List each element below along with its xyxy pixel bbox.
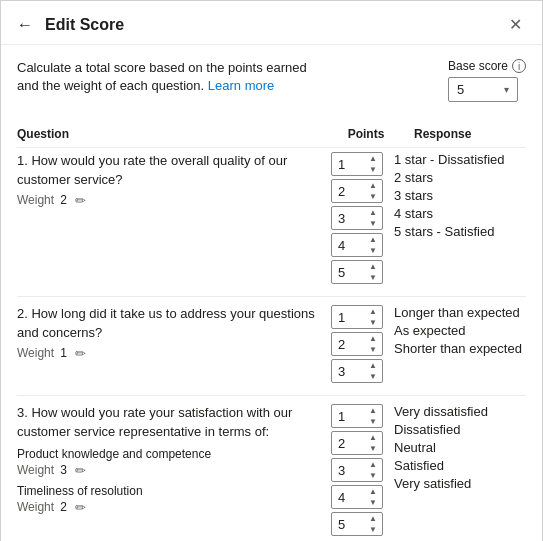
table-header: Question Points Response <box>17 123 526 148</box>
question-1-text: 1. How would you rate the overall qualit… <box>17 152 320 188</box>
q3-points-col: 1 ▲▼ 2 ▲▼ 3 ▲▼ 4 ▲▼ <box>331 404 383 536</box>
spinner-down[interactable]: ▼ <box>366 470 380 481</box>
question-3-left: 3. How would you rate your satisfaction … <box>17 404 328 518</box>
q1-points-3[interactable]: 3 ▲▼ <box>331 206 383 230</box>
spinner-up[interactable]: ▲ <box>366 513 380 524</box>
q2-points-col: 1 ▲▼ 2 ▲▼ 3 ▲▼ <box>331 305 383 383</box>
col-header-response: Response <box>406 127 526 141</box>
weight-value-3b: 2 <box>60 500 67 514</box>
question-2-left: 2. How long did it take us to address yo… <box>17 305 328 364</box>
spinner-down[interactable]: ▼ <box>366 443 380 454</box>
weight-label-3a: Weight <box>17 463 54 477</box>
col-header-points: Points <box>326 127 406 141</box>
base-score-chevron-icon: ▾ <box>504 84 509 95</box>
spinner-down[interactable]: ▼ <box>366 191 380 202</box>
weight-value-1: 2 <box>60 193 67 207</box>
panel-title: Edit Score <box>45 16 497 34</box>
question-3a-weight-row: Weight 3 ✏ <box>17 463 320 478</box>
base-score-select[interactable]: 5 ▾ <box>448 77 518 102</box>
q1-responses-col: 1 star - Dissatisfied 2 stars 3 stars 4 … <box>386 152 526 239</box>
weight-value-3a: 3 <box>60 463 67 477</box>
spinner-down[interactable]: ▼ <box>366 371 380 382</box>
question-section-3: 3. How would you rate your satisfaction … <box>17 395 526 536</box>
sub-item-2-label: Timeliness of resolution <box>17 484 320 498</box>
q1-points-col: 1 ▲▼ 2 ▲▼ 3 ▲▼ 4 ▲▼ <box>331 152 383 284</box>
spinner-down[interactable]: ▼ <box>366 497 380 508</box>
weight-label-1: Weight <box>17 193 54 207</box>
q2-points-2[interactable]: 2 ▲▼ <box>331 332 383 356</box>
question-1-left: 1. How would you rate the overall qualit… <box>17 152 328 211</box>
weight-edit-button-3a[interactable]: ✏ <box>73 463 88 478</box>
q1-points-1[interactable]: 1 ▲▼ <box>331 152 383 176</box>
spinner-down[interactable]: ▼ <box>366 317 380 328</box>
spinner-down[interactable]: ▼ <box>366 416 380 427</box>
base-score-label: Base score i <box>448 59 526 73</box>
description-text: Calculate a total score based on the poi… <box>17 59 317 95</box>
q2-points-1[interactable]: 1 ▲▼ <box>331 305 383 329</box>
spinner-up[interactable]: ▲ <box>366 360 380 371</box>
weight-edit-button-1[interactable]: ✏ <box>73 193 88 208</box>
q1-points-2[interactable]: 2 ▲▼ <box>331 179 383 203</box>
spinner-up[interactable]: ▲ <box>366 261 380 272</box>
sub-item-1-label: Product knowledge and competence <box>17 447 320 461</box>
q2-points-3[interactable]: 3 ▲▼ <box>331 359 383 383</box>
learn-more-link[interactable]: Learn more <box>208 78 274 93</box>
spinner-up[interactable]: ▲ <box>366 459 380 470</box>
weight-label-2: Weight <box>17 346 54 360</box>
spinner-up[interactable]: ▲ <box>366 405 380 416</box>
spinner-down[interactable]: ▼ <box>366 344 380 355</box>
q3-points-2[interactable]: 2 ▲▼ <box>331 431 383 455</box>
q1-points-4[interactable]: 4 ▲▼ <box>331 233 383 257</box>
q1-points-5[interactable]: 5 ▲▼ <box>331 260 383 284</box>
question-3b-weight-row: Weight 2 ✏ <box>17 500 320 515</box>
col-header-question: Question <box>17 127 326 141</box>
back-button[interactable]: ← <box>13 14 37 36</box>
q3-points-4[interactable]: 4 ▲▼ <box>331 485 383 509</box>
spinner-up[interactable]: ▲ <box>366 207 380 218</box>
weight-edit-button-2[interactable]: ✏ <box>73 346 88 361</box>
base-score-value: 5 <box>457 82 464 97</box>
question-section-2: 2. How long did it take us to address yo… <box>17 296 526 383</box>
spinner-up[interactable]: ▲ <box>366 486 380 497</box>
spinner-up[interactable]: ▲ <box>366 234 380 245</box>
close-button[interactable]: ✕ <box>505 13 526 36</box>
spinner-up[interactable]: ▲ <box>366 333 380 344</box>
spinner-down[interactable]: ▼ <box>366 524 380 535</box>
top-row: Calculate a total score based on the poi… <box>17 59 526 109</box>
question-section-1: 1. How would you rate the overall qualit… <box>17 152 526 284</box>
spinner-down[interactable]: ▼ <box>366 218 380 229</box>
spinner-up[interactable]: ▲ <box>366 432 380 443</box>
q3-points-5[interactable]: 5 ▲▼ <box>331 512 383 536</box>
weight-edit-button-3b[interactable]: ✏ <box>73 500 88 515</box>
q3-responses-col: Very dissatisfied Dissatisfied Neutral S… <box>386 404 526 491</box>
question-1-weight-row: Weight 2 ✏ <box>17 193 320 208</box>
panel-body: Calculate a total score based on the poi… <box>1 45 542 541</box>
panel-header: ← Edit Score ✕ <box>1 1 542 45</box>
spinner-up[interactable]: ▲ <box>366 306 380 317</box>
spinner-down[interactable]: ▼ <box>366 164 380 175</box>
base-score-section: Base score i 5 ▾ <box>448 59 526 102</box>
spinner-down[interactable]: ▼ <box>366 272 380 283</box>
edit-score-panel: ← Edit Score ✕ Calculate a total score b… <box>0 0 543 541</box>
q2-responses-col: Longer than expected As expected Shorter… <box>386 305 526 356</box>
spinner-up[interactable]: ▲ <box>366 153 380 164</box>
weight-value-2: 1 <box>60 346 67 360</box>
question-2-weight-row: Weight 1 ✏ <box>17 346 320 361</box>
base-score-info-icon[interactable]: i <box>512 59 526 73</box>
question-2-text: 2. How long did it take us to address yo… <box>17 305 320 341</box>
weight-label-3b: Weight <box>17 500 54 514</box>
spinner-up[interactable]: ▲ <box>366 180 380 191</box>
q3-points-3[interactable]: 3 ▲▼ <box>331 458 383 482</box>
q3-points-1[interactable]: 1 ▲▼ <box>331 404 383 428</box>
question-3-text: 3. How would you rate your satisfaction … <box>17 404 320 440</box>
spinner-down[interactable]: ▼ <box>366 245 380 256</box>
